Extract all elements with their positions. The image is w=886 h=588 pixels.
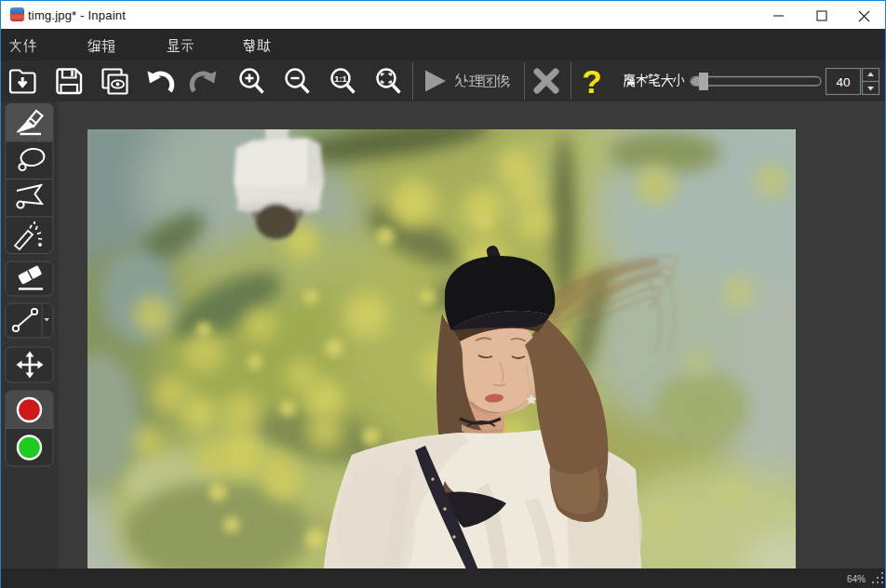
- svg-text:1:1: 1:1: [334, 74, 347, 84]
- svg-text:40: 40: [836, 75, 850, 89]
- svg-text:?: ?: [582, 63, 601, 100]
